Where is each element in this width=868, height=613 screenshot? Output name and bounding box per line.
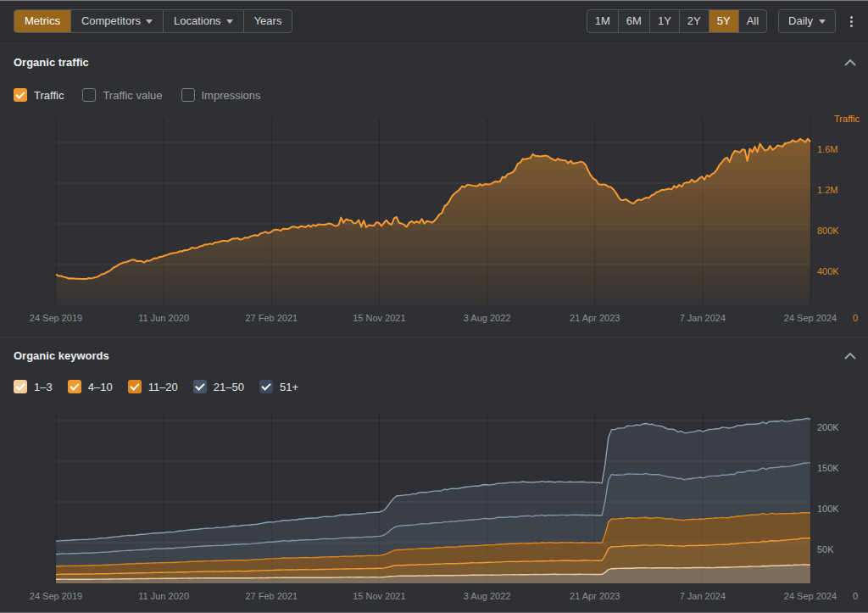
kebab-dot — [850, 16, 853, 19]
traffic-value-checkbox-item[interactable]: Traffic value — [82, 88, 162, 102]
legend-label: Traffic value — [103, 89, 162, 102]
years-button[interactable]: Years — [243, 10, 292, 32]
range-label: 5Y — [717, 14, 731, 29]
x-tick-label: 27 Feb 2021 — [245, 313, 298, 323]
x-tick-label: 27 Feb 2021 — [245, 591, 298, 601]
checkbox — [14, 380, 27, 393]
range-5y-button[interactable]: 5Y — [709, 10, 738, 32]
checkbox — [14, 88, 27, 102]
traffic-legend: Traffic Traffic value Impressions — [14, 88, 261, 102]
x-tick-label: 11 Jun 2020 — [138, 591, 189, 601]
locations-dropdown-label: Locations — [174, 14, 221, 29]
metrics-filter-group: Metrics Competitors Locations Years — [14, 9, 292, 33]
range-label: 1Y — [658, 14, 671, 29]
granularity-label: Daily — [788, 14, 813, 29]
legend-label: Impressions — [202, 89, 261, 102]
checkbox — [82, 88, 96, 102]
x-tick-label: 7 Jan 2024 — [680, 313, 726, 323]
keywords-legend: 1–3 4–10 11–20 21–50 51+ — [14, 380, 298, 393]
legend-label: 11–20 — [148, 381, 178, 393]
y-tick-label: 400K — [817, 266, 839, 276]
collapse-traffic-section-button[interactable] — [839, 54, 861, 71]
competitors-dropdown[interactable]: Competitors — [70, 10, 163, 32]
kw-21-50-checkbox-item[interactable]: 21–50 — [193, 380, 244, 393]
section-divider — [0, 337, 868, 337]
y-tick-label: 200K — [817, 422, 839, 432]
range-label: 6M — [626, 14, 642, 29]
organic-traffic-chart[interactable]: Traffic1.6M1.2M800K400K24 Sep 201911 Jun… — [0, 109, 868, 332]
analytics-dashboard: Metrics Competitors Locations Years 1M 6… — [0, 0, 868, 613]
legend-label: 51+ — [280, 381, 298, 393]
kebab-dot — [850, 20, 853, 23]
checkbox — [259, 380, 273, 393]
y-tick-label: 150K — [817, 463, 839, 473]
x-tick-label: 11 Jun 2020 — [138, 313, 189, 323]
checkbox — [68, 380, 81, 393]
legend-label: 4–10 — [88, 381, 113, 393]
legend-label: 21–50 — [214, 381, 244, 393]
y-tick-label: 50K — [817, 544, 834, 554]
collapse-keywords-section-button[interactable] — [839, 348, 861, 365]
range-6m-button[interactable]: 6M — [618, 10, 649, 32]
kw-11-20-checkbox-item[interactable]: 11–20 — [128, 380, 178, 393]
range-label: All — [747, 14, 759, 29]
y-tick-label: 100K — [817, 504, 839, 514]
organic-keywords-chart[interactable]: 200K150K100K50K24 Sep 201911 Jun 202027 … — [0, 402, 868, 613]
x-tick-label: 24 Sep 2024 — [784, 313, 837, 323]
more-options-button[interactable] — [847, 12, 856, 31]
chevron-down-icon — [146, 20, 153, 24]
traffic-checkbox-item[interactable]: Traffic — [14, 88, 64, 102]
x-tick-label: 24 Sep 2024 — [784, 591, 837, 601]
y-axis-title: Traffic — [834, 114, 860, 124]
x-tick-label: 15 Nov 2021 — [353, 313, 405, 323]
check-icon — [15, 381, 25, 390]
chevron-down-icon — [226, 20, 233, 24]
organic-keywords-title: Organic keywords — [14, 349, 109, 362]
x-tick-label: 15 Nov 2021 — [353, 591, 405, 601]
x-tick-label: 21 Apr 2023 — [570, 591, 620, 601]
legend-label: Traffic — [34, 89, 64, 102]
chevron-down-icon — [819, 20, 826, 24]
check-icon — [195, 381, 204, 390]
date-range-group: 1M 6M 1Y 2Y 5Y All — [587, 9, 767, 33]
range-all-button[interactable]: All — [738, 10, 766, 32]
checkbox — [181, 88, 195, 102]
organic-traffic-title: Organic traffic — [14, 56, 89, 69]
toolbar: Metrics Competitors Locations Years 1M 6… — [0, 1, 868, 42]
toolbar-right: 1M 6M 1Y 2Y 5Y All Daily — [587, 9, 856, 33]
kw-4-10-checkbox-item[interactable]: 4–10 — [68, 380, 113, 393]
y-tick-label: 800K — [817, 226, 839, 236]
check-icon — [15, 89, 25, 98]
x-tick-label: 3 Aug 2022 — [464, 591, 511, 601]
kw-1-3-checkbox-item[interactable]: 1–3 — [14, 380, 53, 393]
x-tick-label: 7 Jan 2024 — [680, 591, 726, 601]
check-icon — [130, 381, 139, 390]
x-tick-label: 24 Sep 2019 — [30, 591, 82, 601]
granularity-dropdown[interactable]: Daily — [778, 9, 836, 33]
kw-51plus-checkbox-item[interactable]: 51+ — [259, 380, 298, 393]
x-tick-label: 3 Aug 2022 — [464, 313, 511, 323]
y-zero-label: 0 — [853, 313, 858, 323]
y-tick-label: 1.6M — [817, 144, 837, 154]
checkbox — [128, 380, 142, 393]
metrics-button[interactable]: Metrics — [14, 10, 70, 32]
check-icon — [70, 381, 79, 390]
check-icon — [261, 381, 270, 390]
range-1y-button[interactable]: 1Y — [649, 10, 679, 32]
years-button-label: Years — [254, 14, 282, 29]
range-label: 1M — [595, 14, 610, 29]
chevron-up-icon — [844, 353, 856, 359]
range-label: 2Y — [687, 14, 701, 29]
legend-label: 1–3 — [34, 381, 53, 393]
impressions-checkbox-item[interactable]: Impressions — [181, 88, 261, 102]
x-tick-label: 21 Apr 2023 — [570, 313, 620, 323]
metrics-button-label: Metrics — [25, 14, 60, 29]
range-1m-button[interactable]: 1M — [587, 10, 618, 32]
range-2y-button[interactable]: 2Y — [679, 10, 709, 32]
checkbox — [193, 380, 207, 393]
chevron-up-icon — [844, 59, 856, 66]
locations-dropdown[interactable]: Locations — [163, 10, 243, 32]
competitors-dropdown-label: Competitors — [81, 14, 141, 29]
kebab-dot — [850, 25, 853, 27]
y-tick-label: 1.2M — [817, 185, 837, 195]
